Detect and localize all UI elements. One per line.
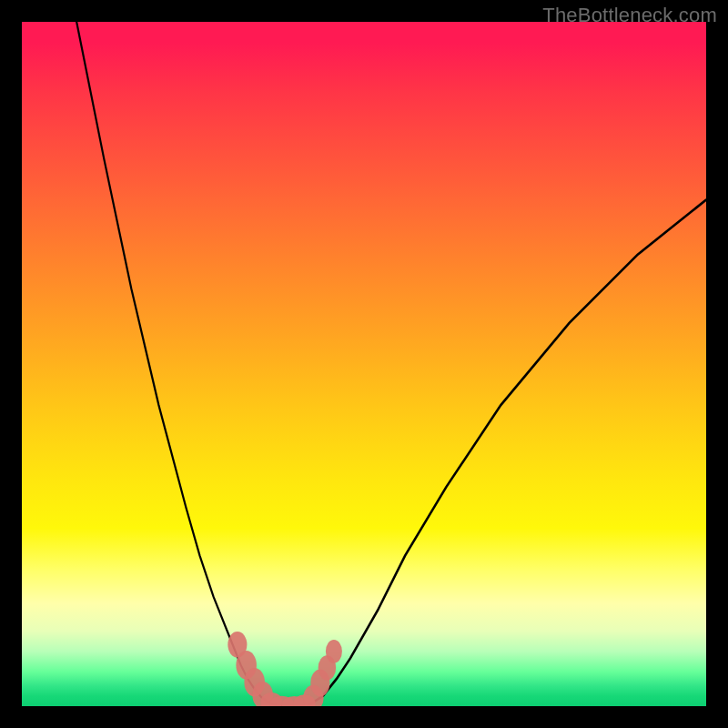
plot-area	[22, 22, 706, 706]
curve-layer	[76, 22, 706, 706]
series-left-curve	[76, 22, 275, 705]
chart-frame: TheBottleneck.com	[0, 0, 728, 728]
chart-svg	[22, 22, 706, 706]
series-right-curve	[309, 200, 706, 705]
data-marker	[326, 640, 342, 663]
watermark-text: TheBottleneck.com	[542, 4, 717, 27]
